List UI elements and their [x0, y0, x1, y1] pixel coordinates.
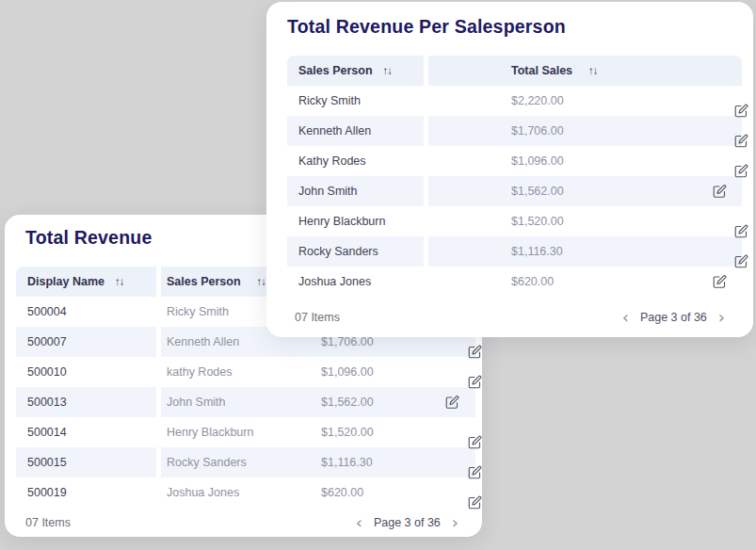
- total-sales-value: $1,562.00: [321, 396, 374, 409]
- total-sales-value: $1,116.30: [321, 456, 373, 469]
- display-name-value: 500015: [27, 456, 67, 469]
- total-sales-value: $1,706.00: [321, 335, 374, 348]
- edit-icon[interactable]: [468, 495, 482, 510]
- pagination: ‹ Page 3 of 36 ›: [356, 514, 458, 531]
- page-indicator: Page 3 of 36: [640, 311, 707, 324]
- column-header-sales-person[interactable]: Sales Person ↑↓: [287, 56, 424, 86]
- display-name-value: 500014: [27, 426, 67, 439]
- items-count: 07 Items: [25, 516, 71, 529]
- sales-person-value: Joshua Jones: [298, 275, 371, 288]
- table-row: 500019 Joshua Jones $620.00: [16, 477, 475, 508]
- sales-person-value: kathy Rodes: [167, 365, 232, 379]
- sales-person-value: Ricky Smith: [298, 94, 361, 107]
- pagination: ‹ Page 3 of 36 ›: [622, 309, 725, 326]
- edit-icon[interactable]: [734, 104, 748, 118]
- edit-icon[interactable]: [713, 185, 727, 199]
- sales-person-value: John Smith: [167, 396, 226, 409]
- sales-person-value: John Smith: [298, 185, 358, 198]
- total-sales-value: $1,706.00: [511, 124, 564, 138]
- sort-icon[interactable]: ↑↓: [588, 65, 598, 76]
- edit-icon[interactable]: [445, 396, 459, 410]
- sales-person-value: Rocky Sanders: [167, 456, 247, 469]
- page-title: Total Revenue Per Salesperson: [287, 16, 753, 38]
- sort-icon[interactable]: ↑↓: [383, 65, 393, 76]
- edit-icon[interactable]: [713, 275, 727, 289]
- total-revenue-per-salesperson-card: Total Revenue Per Salesperson Sales Pers…: [266, 2, 753, 337]
- sales-person-value: Kenneth Allen: [298, 124, 371, 138]
- chevron-left-icon[interactable]: ‹: [622, 309, 629, 326]
- column-header-total-sales[interactable]: Total Sales ↑↓: [428, 56, 742, 86]
- edit-icon[interactable]: [734, 224, 748, 238]
- items-count: 07 Items: [295, 311, 340, 324]
- edit-icon[interactable]: [734, 134, 748, 148]
- display-name-value: 500004: [27, 305, 67, 318]
- sort-icon[interactable]: ↑↓: [115, 276, 124, 287]
- edit-icon[interactable]: [468, 345, 482, 359]
- sales-person-value: Joshua Jones: [167, 486, 239, 499]
- total-sales-value: $1,116.30: [511, 245, 563, 258]
- edit-icon[interactable]: [468, 375, 482, 389]
- table-row: Kathy Rodes $1,096.00: [287, 146, 742, 176]
- sales-person-value: Kenneth Allen: [167, 335, 239, 348]
- table-row: 500015 Rocky Sanders $1,116.30: [16, 447, 475, 477]
- table-footer: 07 Items ‹ Page 3 of 36 ›: [5, 509, 482, 537]
- sales-person-value: Kathy Rodes: [298, 154, 366, 168]
- table-row: 500014 Henry Blackburn $1,520.00: [16, 417, 475, 447]
- edit-icon[interactable]: [468, 465, 482, 479]
- table-row: John Smith $1,562.00: [287, 176, 742, 206]
- table-row: Ricky Smith $2,220.00: [287, 86, 742, 116]
- sales-person-value: Henry Blackburn: [167, 426, 253, 439]
- display-name-value: 500019: [27, 486, 67, 499]
- table-row: Rocky Sanders $1,116.30: [287, 236, 742, 267]
- total-sales-value: $1,520.00: [511, 215, 564, 228]
- chevron-left-icon[interactable]: ‹: [356, 514, 362, 531]
- sales-person-value: Rocky Sanders: [298, 245, 378, 258]
- table-row: Henry Blackburn $1,520.00: [287, 206, 742, 236]
- total-sales-value: $1,520.00: [321, 426, 374, 439]
- edit-icon[interactable]: [468, 435, 482, 449]
- table-row: Joshua Jones $620.00: [287, 267, 742, 297]
- edit-icon[interactable]: [734, 164, 748, 178]
- display-name-value: 500013: [27, 396, 67, 409]
- sales-person-value: Henry Blackburn: [298, 215, 385, 228]
- sort-icon[interactable]: ↑↓: [257, 276, 266, 287]
- table-row: 500013 John Smith $1,562.00: [16, 387, 475, 417]
- sales-person-value: Ricky Smith: [167, 305, 229, 318]
- total-sales-value: $1,096.00: [321, 365, 374, 379]
- table-row: 500010 kathy Rodes $1,096.00: [16, 357, 475, 387]
- chevron-right-icon[interactable]: ›: [718, 309, 725, 326]
- salesperson-table: Sales Person ↑↓ Total Sales ↑↓ Ricky Smi…: [287, 56, 742, 297]
- column-header-display-name[interactable]: Display Name ↑↓: [16, 267, 156, 297]
- total-sales-value: $620.00: [321, 486, 363, 499]
- page-indicator: Page 3 of 36: [374, 516, 441, 529]
- total-sales-value: $2,220.00: [511, 94, 564, 107]
- display-name-value: 500010: [27, 365, 67, 379]
- table-footer: 07 Items ‹ Page 3 of 36 ›: [266, 297, 753, 337]
- table-header-row: Sales Person ↑↓ Total Sales ↑↓: [287, 56, 742, 86]
- table-row: Kenneth Allen $1,706.00: [287, 116, 742, 146]
- total-sales-value: $1,096.00: [511, 154, 564, 168]
- edit-icon[interactable]: [734, 254, 748, 268]
- total-sales-value: $620.00: [511, 275, 554, 288]
- total-sales-value: $1,562.00: [511, 185, 564, 198]
- chevron-right-icon[interactable]: ›: [452, 514, 458, 531]
- display-name-value: 500007: [27, 335, 67, 348]
